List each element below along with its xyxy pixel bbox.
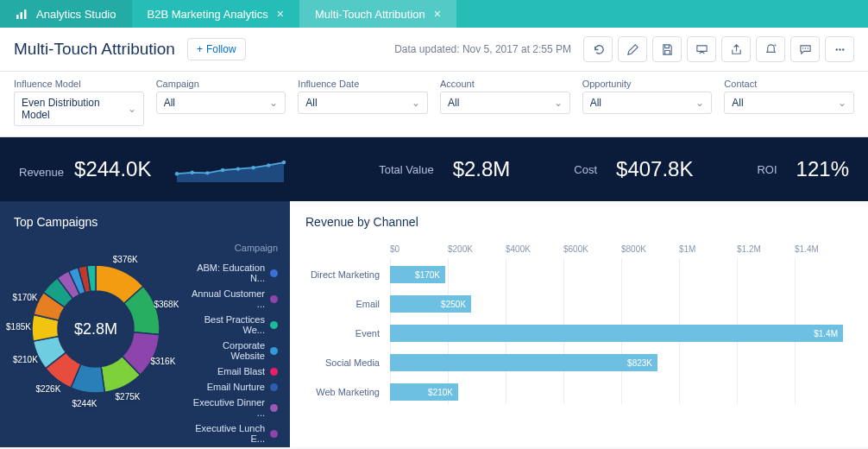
- bar-row: Web Marketing$210K: [390, 380, 852, 404]
- legend-text: ABM: Education N...: [186, 262, 265, 283]
- svg-rect-1: [21, 12, 23, 19]
- save-button[interactable]: [652, 36, 682, 62]
- roi-label: ROI: [757, 163, 777, 176]
- chevron-down-icon: ⌄: [695, 97, 704, 109]
- filter-influence-date: Influence DateAll⌄: [298, 79, 428, 126]
- filter-select[interactable]: All⌄: [156, 92, 286, 114]
- donut-slice-label: $244K: [72, 399, 97, 408]
- legend-item[interactable]: ABM: Education N...: [186, 260, 278, 286]
- bar[interactable]: $250K: [390, 295, 471, 313]
- legend-dot-icon: [270, 404, 278, 412]
- bar-row: Event$1.4M: [390, 321, 852, 345]
- present-button[interactable]: [687, 36, 716, 62]
- notification-button[interactable]: +: [756, 36, 785, 62]
- revenue-value: $244.0K: [74, 157, 151, 181]
- follow-button[interactable]: + Follow: [187, 38, 246, 60]
- analytics-icon: [16, 8, 28, 20]
- donut-slice-label: $316K: [150, 357, 175, 366]
- filter-select[interactable]: All⌄: [724, 92, 854, 114]
- filter-bar: Influence ModelEven Distribution Model⌄C…: [0, 72, 868, 137]
- svg-rect-2: [24, 9, 27, 19]
- bar-row: Email$250K: [390, 292, 852, 316]
- filter-label: Contact: [724, 79, 854, 89]
- filter-select[interactable]: All⌄: [298, 92, 428, 114]
- filter-select[interactable]: All⌄: [440, 92, 570, 114]
- chevron-down-icon: ⌄: [269, 97, 278, 109]
- axis-tick: $600K: [563, 244, 621, 254]
- axis-tick: $800K: [621, 244, 679, 254]
- filter-contact: ContactAll⌄: [724, 79, 854, 126]
- filter-select[interactable]: All⌄: [582, 92, 713, 114]
- legend-text: Best Practices We...: [186, 314, 265, 335]
- legend-header: Campaign: [186, 243, 278, 253]
- legend-item[interactable]: Email Nurture: [186, 379, 278, 395]
- bar[interactable]: $1.4M: [390, 325, 843, 342]
- legend-item[interactable]: Email Blast: [186, 364, 278, 379]
- close-icon[interactable]: ×: [277, 7, 284, 21]
- filter-value: Even Distribution Model: [22, 97, 128, 121]
- legend-item[interactable]: Best Practices We...: [186, 312, 278, 338]
- legend-item[interactable]: Corporate Website: [186, 338, 278, 364]
- svg-point-7: [835, 48, 837, 50]
- filter-label: Influence Date: [298, 79, 428, 89]
- donut-slice-label: $368K: [154, 300, 179, 309]
- svg-point-9: [842, 48, 844, 50]
- tab-active[interactable]: Multi-Touch Attribution ×: [299, 0, 456, 28]
- close-icon[interactable]: ×: [434, 7, 441, 21]
- plus-icon: +: [197, 43, 203, 55]
- legend-dot-icon: [270, 368, 278, 376]
- tab-mid-label: B2B Marketing Analytics: [148, 8, 268, 21]
- legend-dot-icon: [270, 295, 278, 303]
- filter-opportunity: OpportunityAll⌄: [582, 79, 713, 126]
- bar-row: Social Media$823K: [390, 351, 852, 375]
- legend-item[interactable]: Executive Lunch E...: [186, 421, 278, 446]
- edit-button[interactable]: [618, 36, 647, 62]
- tab-home[interactable]: Analytics Studio: [0, 0, 132, 28]
- svg-point-13: [221, 168, 224, 172]
- svg-point-5: [804, 47, 806, 49]
- legend-dot-icon: [270, 269, 278, 277]
- revenue-sparkline: [170, 153, 291, 186]
- svg-point-15: [252, 166, 255, 169]
- axis-tick: $200K: [448, 244, 506, 254]
- axis-tick: $1.4M: [795, 244, 852, 254]
- bar-label: Email: [305, 299, 385, 309]
- total-value: $2.8M: [453, 157, 511, 181]
- svg-point-16: [267, 163, 271, 167]
- chevron-down-icon: ⌄: [838, 97, 846, 109]
- top-campaigns-panel: Top Campaigns $2.8M $376K$368K$316K$275K…: [0, 201, 290, 447]
- chevron-down-icon: ⌄: [128, 103, 136, 115]
- share-button[interactable]: [721, 36, 751, 62]
- follow-label: Follow: [206, 43, 236, 55]
- svg-rect-0: [16, 15, 19, 19]
- chevron-down-icon: ⌄: [554, 97, 563, 109]
- revenue-label: Revenue: [19, 166, 64, 179]
- filter-select[interactable]: Even Distribution Model⌄: [14, 92, 144, 126]
- comment-button[interactable]: [790, 36, 820, 62]
- toolbar: +: [583, 36, 854, 62]
- bar[interactable]: $823K: [390, 354, 657, 371]
- donut-chart[interactable]: $2.8M $376K$368K$316K$275K$244K$226K$210…: [14, 243, 178, 415]
- more-button[interactable]: [825, 36, 854, 62]
- legend-dot-icon: [270, 430, 278, 438]
- bar-label: Web Marketing: [305, 387, 385, 397]
- page-header: Multi-Touch Attribution + Follow Data up…: [0, 28, 868, 72]
- bar[interactable]: $210K: [390, 383, 458, 401]
- tab-mid[interactable]: B2B Marketing Analytics ×: [132, 0, 299, 28]
- bar-chart[interactable]: $0$200K$400K$600K$800K$1M$1.2M$1.4M Dire…: [305, 241, 852, 404]
- undo-button[interactable]: [583, 36, 613, 62]
- legend-item[interactable]: Executive Dinner ...: [186, 395, 278, 421]
- filter-value: All: [590, 97, 601, 109]
- metrics-bar: Revenue $244.0K Total Value $2.8M Cost $…: [0, 137, 868, 201]
- donut-slice-label: $376K: [113, 255, 138, 264]
- cost-label: Cost: [574, 163, 597, 176]
- bar[interactable]: $170K: [390, 266, 445, 283]
- donut-slice-label: $170K: [13, 293, 38, 302]
- svg-point-11: [191, 171, 194, 174]
- revenue-by-channel-title: Revenue by Channel: [305, 215, 852, 229]
- filter-value: All: [305, 97, 317, 109]
- legend-dot-icon: [270, 347, 278, 355]
- data-updated-text: Data updated: Nov 5, 2017 at 2:55 PM: [394, 43, 571, 55]
- legend-item[interactable]: Annual Customer ...: [186, 286, 278, 312]
- legend-text: Executive Dinner ...: [186, 397, 265, 418]
